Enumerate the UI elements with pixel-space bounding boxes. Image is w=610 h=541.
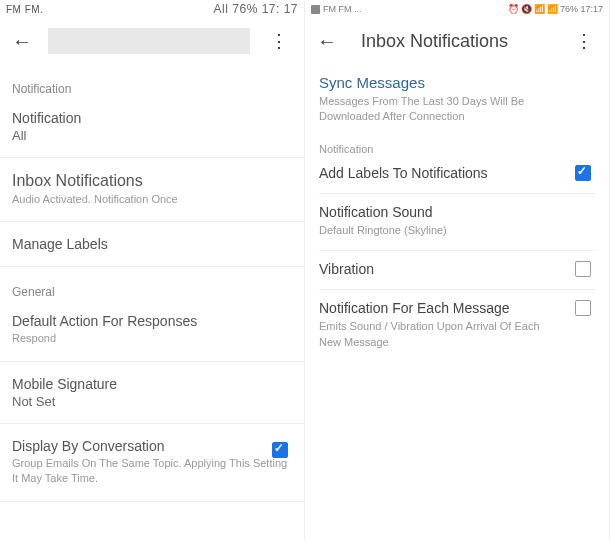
each-title: Notification For Each Message xyxy=(319,300,595,316)
each-message-checkbox[interactable] xyxy=(575,300,591,316)
wifi-icon: 📶 xyxy=(534,4,545,14)
sound-sub: Default Ringtone (Skyline) xyxy=(319,223,559,238)
battery-text: 76% 17:17 xyxy=(560,4,603,14)
back-icon[interactable]: ← xyxy=(8,26,36,57)
menu-icon[interactable]: ⋮ xyxy=(567,26,601,56)
vibration-item[interactable]: Vibration xyxy=(319,251,595,290)
sync-messages-item[interactable]: Sync Messages Messages From The Last 30 … xyxy=(319,64,595,129)
sound-title: Notification Sound xyxy=(319,204,595,220)
menu-icon[interactable]: ⋮ xyxy=(262,26,296,56)
divider xyxy=(0,501,304,502)
divider xyxy=(0,423,304,424)
carrier-label-right: FM FM ... xyxy=(323,4,362,14)
app-icon xyxy=(311,5,320,14)
section-notification: Notification xyxy=(12,82,292,96)
section-notification-right: Notification xyxy=(319,143,595,155)
inbox-notifications-screen: FM FM ... ⏰ 🔇 📶 📶 76% 17:17 ← Inbox Noti… xyxy=(305,0,610,541)
default-action-value: Respond xyxy=(12,331,292,346)
divider xyxy=(0,157,304,158)
default-action-title: Default Action For Responses xyxy=(12,313,292,329)
mobile-signature-item[interactable]: Mobile Signature Not Set xyxy=(12,368,292,417)
content-right: Sync Messages Messages From The Last 30 … xyxy=(305,64,609,362)
manage-labels-item[interactable]: Manage Labels xyxy=(12,228,292,260)
notification-value: All xyxy=(12,128,292,143)
conversation-title: Display By Conversation xyxy=(12,438,292,454)
section-general: General xyxy=(12,285,292,299)
notification-sound-item[interactable]: Notification Sound Default Ringtone (Sky… xyxy=(319,194,595,251)
back-icon[interactable]: ← xyxy=(313,26,341,57)
sync-sub: Messages From The Last 30 Days Will Be D… xyxy=(319,94,559,125)
divider xyxy=(0,221,304,222)
conversation-sub: Group Emails On The Same Topic. Applying… xyxy=(12,456,292,487)
default-action-item[interactable]: Default Action For Responses Respond xyxy=(12,305,292,354)
title-placeholder xyxy=(48,28,250,54)
each-sub: Emits Sound / Vibration Upon Arrival Of … xyxy=(319,319,559,350)
appbar-right: ← Inbox Notifications ⋮ xyxy=(305,18,609,64)
add-labels-item[interactable]: Add Labels To Notifications xyxy=(319,155,595,194)
content-left: Notification Notification All Inbox Noti… xyxy=(0,82,304,502)
alarm-icon: ⏰ xyxy=(508,4,519,14)
inbox-title: Inbox Notifications xyxy=(12,172,292,190)
statusbar-right: FM FM ... ⏰ 🔇 📶 📶 76% 17:17 xyxy=(305,0,609,18)
notification-item[interactable]: Notification All xyxy=(12,102,292,151)
divider xyxy=(0,266,304,267)
appbar-left: ← ⋮ xyxy=(0,18,304,64)
statusbar-left: FM FM. All 76% 17: 17 xyxy=(0,0,304,18)
manage-labels-title: Manage Labels xyxy=(12,236,292,252)
each-message-item[interactable]: Notification For Each Message Emits Soun… xyxy=(319,290,595,362)
sync-title: Sync Messages xyxy=(319,74,595,91)
mute-icon: 🔇 xyxy=(521,4,532,14)
mobile-sig-value: Not Set xyxy=(12,394,292,409)
divider xyxy=(0,361,304,362)
conversation-checkbox[interactable] xyxy=(272,442,288,458)
inbox-notifications-item[interactable]: Inbox Notifications Audio Activated. Not… xyxy=(12,164,292,215)
display-conversation-item[interactable]: Display By Conversation Group Emails On … xyxy=(12,430,292,495)
settings-screen-left: FM FM. All 76% 17: 17 ← ⋮ Notification N… xyxy=(0,0,305,541)
add-labels-checkbox[interactable] xyxy=(575,165,591,181)
mobile-sig-title: Mobile Signature xyxy=(12,376,292,392)
inbox-sub: Audio Activated. Notification Once xyxy=(12,192,292,207)
carrier-label: FM FM. xyxy=(6,4,214,15)
vibration-title: Vibration xyxy=(319,261,595,277)
add-labels-title: Add Labels To Notifications xyxy=(319,165,595,181)
vibration-checkbox[interactable] xyxy=(575,261,591,277)
signal-icon: 📶 xyxy=(547,4,558,14)
notification-title: Notification xyxy=(12,110,292,126)
statusbar-center: All 76% 17: 17 xyxy=(214,2,298,16)
page-title: Inbox Notifications xyxy=(353,31,555,52)
